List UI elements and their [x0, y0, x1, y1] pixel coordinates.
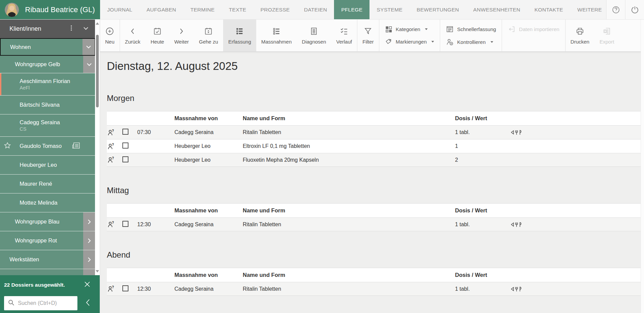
- back-button[interactable]: Zurück: [120, 20, 146, 51]
- sidebar-group-wohngruppe-rot[interactable]: Wohngruppe Rot: [0, 231, 95, 250]
- nav-dateien[interactable]: DATEIEN: [297, 0, 334, 19]
- sidebar-group-werkstaetten[interactable]: Werkstätten: [0, 250, 95, 269]
- new-button[interactable]: Neu: [100, 20, 120, 51]
- tab-diagnosen[interactable]: Diagnosen: [297, 20, 331, 51]
- scrollbar-thumb[interactable]: [96, 35, 99, 107]
- tab-verlauf[interactable]: Verlauf: [331, 20, 357, 51]
- logout-power-button[interactable]: [625, 0, 644, 19]
- main-content: Dienstag, 12. August 2025 Morgen Massnah…: [100, 52, 644, 313]
- scroll-down-arrow[interactable]: [96, 270, 99, 272]
- col-name-und-form: Name und Form: [243, 115, 455, 122]
- section-title-mittag: Mittag: [107, 186, 641, 195]
- star-icon[interactable]: [3, 141, 11, 151]
- nav-aufgaben[interactable]: AUFGABEN: [139, 0, 183, 19]
- col-massnahme-von: Massnahme von: [174, 115, 243, 122]
- caret-down-icon: [491, 41, 493, 43]
- sidebar-header[interactable]: Klient/innen: [0, 20, 95, 38]
- person-question-icon[interactable]: ?: [107, 156, 122, 163]
- row-checkbox[interactable]: [122, 129, 128, 135]
- row-checkbox[interactable]: [122, 221, 128, 227]
- filter-button[interactable]: Filter: [357, 20, 379, 51]
- nav-journal[interactable]: JOURNAL: [100, 0, 139, 19]
- sidebar-group-wohngruppe-gelb[interactable]: Wohngruppe Gelb: [0, 56, 95, 73]
- row-name-form: Eltroxin LF 0,1 mg Tabletten: [243, 143, 455, 149]
- nav-anwesenheiten[interactable]: ANWESENHEITEN: [466, 0, 527, 19]
- markers-dropdown[interactable]: Markierungen: [385, 38, 434, 46]
- import-data-button: Daten importieren: [508, 25, 559, 33]
- nav-weitere[interactable]: WEITERE: [570, 0, 609, 19]
- marker-stripe: [0, 73, 1, 95]
- table-header: Massnahme von Name und Form Dosis / Wert: [107, 111, 641, 125]
- current-user[interactable]: Ribaud Beatrice (GL): [0, 0, 100, 19]
- caret-down-icon: [431, 41, 434, 43]
- table-row[interactable]: ? Heuberger Leo Fluoxetin Mepha 20mg Kap…: [107, 153, 641, 167]
- nav-bewertungen[interactable]: BEWERTUNGEN: [410, 0, 466, 19]
- toolbar: Neu Zurück Heute Weiter: [100, 20, 644, 52]
- sidebar-kebab-icon[interactable]: [69, 25, 74, 33]
- search-icon: [7, 299, 15, 308]
- table-header: Massnahme von Name und Form Dosis / Wert: [107, 203, 641, 217]
- help-button[interactable]: [606, 0, 625, 19]
- nav-kontakte[interactable]: KONTAKTE: [527, 0, 570, 19]
- row-time: 12:30: [137, 221, 174, 228]
- table-row[interactable]: ? 07:30 Cadegg Seraina Ritalin Tabletten…: [107, 125, 641, 139]
- tab-massnahmen[interactable]: Massnahmen: [256, 20, 297, 51]
- control-dropdown[interactable]: Kontrollieren: [446, 38, 496, 46]
- table-morgen: Massnahme von Name und Form Dosis / Wert…: [107, 111, 641, 167]
- row-time: 12:30: [137, 286, 174, 292]
- close-icon[interactable]: [84, 281, 91, 289]
- table-row[interactable]: ? 12:30 Cadegg Seraina Ritalin Tabletten…: [107, 282, 641, 296]
- table-row[interactable]: ? 12:30 Cadegg Seraina Ritalin Tabletten…: [107, 217, 641, 231]
- chevron-down-icon[interactable]: [83, 56, 95, 73]
- sidebar-client-baertschi[interactable]: Bärtschi Silvana: [0, 96, 95, 114]
- sidebar-client-maurer[interactable]: Maurer René: [0, 175, 95, 193]
- row-dose: 1 tabl.: [455, 286, 510, 292]
- client-search[interactable]: [4, 296, 77, 310]
- scroll-up-arrow[interactable]: [96, 22, 99, 25]
- chevron-right-icon[interactable]: [83, 212, 95, 231]
- col-dosis-wert: Dosis / Wert: [455, 115, 510, 122]
- person-question-icon[interactable]: ?: [107, 143, 122, 150]
- sidebar-client-mottez[interactable]: Mottez Melinda: [0, 193, 95, 212]
- nav-texte[interactable]: TEXTE: [222, 0, 253, 19]
- nav-systeme[interactable]: SYSTEME: [369, 0, 409, 19]
- table-row[interactable]: ? Heuberger Leo Eltroxin LF 0,1 mg Table…: [107, 139, 641, 153]
- sidebar-group-wohngruppe-blau[interactable]: Wohngruppe Blau: [0, 212, 95, 231]
- main-scrollbar[interactable]: [641, 20, 644, 313]
- person-question-icon[interactable]: ?: [107, 129, 122, 136]
- chevron-down-icon[interactable]: [82, 39, 95, 55]
- nav-termine[interactable]: TERMINE: [183, 0, 222, 19]
- table-header: Massnahme von Name und Form Dosis / Wert: [107, 268, 641, 282]
- collapse-sidebar-chevron-icon[interactable]: [85, 298, 91, 308]
- forward-button[interactable]: Weiter: [169, 20, 194, 51]
- goto-date-button[interactable]: Gehe zu: [194, 20, 223, 51]
- page-title: Dienstag, 12. August 2025: [107, 60, 641, 73]
- note-list-icon[interactable]: [72, 142, 80, 151]
- sidebar-client-heuberger[interactable]: Heuberger Leo: [0, 156, 95, 175]
- categories-dropdown[interactable]: Kategorien: [385, 26, 434, 33]
- row-dose: 1 tabl.: [455, 129, 510, 135]
- person-question-icon[interactable]: ?: [107, 221, 122, 228]
- sidebar-client-cadegg[interactable]: Cadegg Seraina CS: [0, 114, 95, 137]
- sidebar-scrollbar[interactable]: [95, 20, 100, 275]
- nav-pflege[interactable]: PFLEGE: [334, 0, 369, 19]
- sidebar-group-wohnen[interactable]: Wohnen: [0, 38, 95, 56]
- svg-text:?: ?: [112, 129, 114, 133]
- chevron-right-icon[interactable]: [83, 250, 95, 269]
- nav-prozesse[interactable]: PROZESSE: [253, 0, 297, 19]
- chevron-right-icon[interactable]: [83, 231, 95, 250]
- search-input[interactable]: [18, 300, 65, 306]
- print-button[interactable]: Drucken: [566, 20, 595, 51]
- tab-erfassung[interactable]: Erfassung: [223, 20, 256, 51]
- row-checkbox[interactable]: [122, 285, 128, 291]
- today-button[interactable]: Heute: [145, 20, 169, 51]
- sidebar-client-gaudolo[interactable]: Gaudolo Tomaso: [0, 137, 95, 156]
- sidebar-collapse-chevron-icon[interactable]: [82, 25, 89, 32]
- row-checkbox[interactable]: [122, 142, 128, 149]
- meal-cutlery-icon: [510, 286, 533, 292]
- row-checkbox[interactable]: [122, 156, 128, 162]
- sidebar-client-aeschlimann[interactable]: Aeschlimann Florian AeFl: [0, 73, 95, 96]
- row-time: 07:30: [137, 129, 174, 135]
- person-question-icon[interactable]: ?: [107, 285, 122, 292]
- quick-entry-button[interactable]: Schnellerfassung: [446, 25, 496, 33]
